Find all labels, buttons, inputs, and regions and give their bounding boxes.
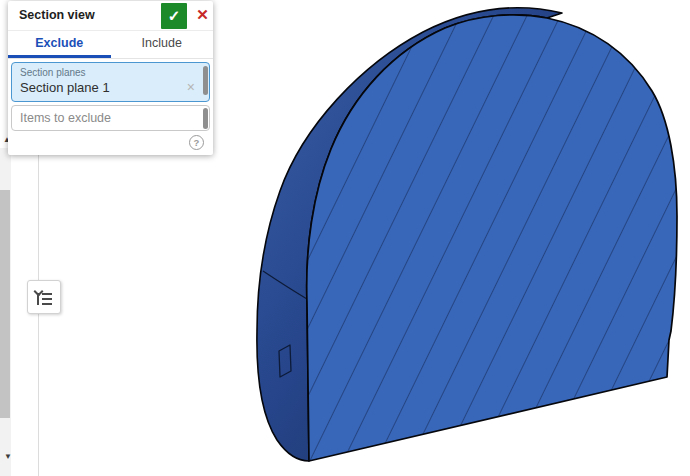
section-planes-label: Section planes bbox=[20, 67, 201, 78]
check-icon: ✓ bbox=[168, 7, 181, 25]
section-view-dialog: Section view ✓ ✕ Exclude Include Section… bbox=[8, 1, 213, 155]
section-planes-field[interactable]: Section planes Section plane 1 × bbox=[11, 62, 210, 102]
dialog-header: Section view ✓ ✕ bbox=[8, 1, 213, 31]
feature-list-icon bbox=[36, 290, 53, 305]
tab-include[interactable]: Include bbox=[111, 31, 214, 58]
cancel-button[interactable]: ✕ bbox=[194, 6, 211, 24]
field-scrollbar-thumb[interactable] bbox=[203, 66, 208, 95]
left-scrollbar-track[interactable] bbox=[0, 148, 11, 476]
left-scrollbar-thumb[interactable] bbox=[0, 190, 10, 418]
section-plane-value: Section plane 1 bbox=[20, 80, 110, 95]
dialog-tabs: Exclude Include bbox=[8, 31, 213, 59]
close-icon: ✕ bbox=[196, 6, 209, 24]
items-to-exclude-field[interactable]: Items to exclude bbox=[11, 105, 210, 131]
confirm-button[interactable]: ✓ bbox=[161, 3, 187, 29]
tab-exclude[interactable]: Exclude bbox=[8, 31, 111, 58]
feature-list-toggle-button[interactable] bbox=[27, 280, 61, 314]
clear-selection-icon[interactable]: × bbox=[187, 81, 195, 94]
dialog-body: Section planes Section plane 1 × Items t… bbox=[8, 59, 213, 155]
app-window: ▲ ▼ Section view ✓ ✕ Exclude Include Sec… bbox=[0, 0, 690, 476]
items-to-exclude-placeholder: Items to exclude bbox=[20, 111, 201, 125]
dialog-title: Section view bbox=[19, 8, 95, 22]
field-scrollbar-thumb[interactable] bbox=[203, 108, 208, 129]
help-icon[interactable]: ? bbox=[189, 135, 204, 150]
scroll-down-icon[interactable]: ▼ bbox=[4, 453, 12, 461]
